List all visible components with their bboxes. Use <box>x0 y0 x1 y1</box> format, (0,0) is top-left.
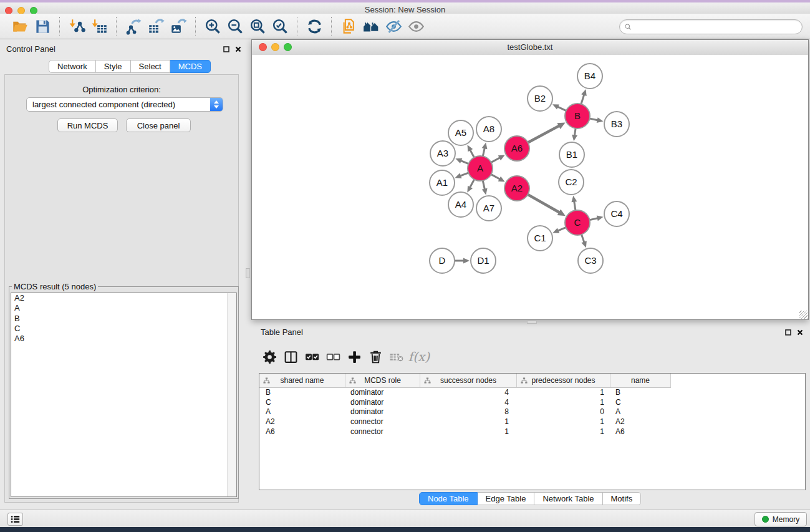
graph-node-B4[interactable]: B4 <box>577 64 602 89</box>
graph-edge-A6-B[interactable] <box>527 125 560 143</box>
graph-node-A5[interactable]: A5 <box>448 120 473 145</box>
export-network-button[interactable] <box>124 17 143 36</box>
search-input[interactable] <box>632 22 802 31</box>
table-cell[interactable]: 0 <box>517 407 610 417</box>
table-cell[interactable]: 1 <box>420 417 517 427</box>
run-mcds-button[interactable]: Run MCDS <box>57 118 118 132</box>
control-panel-float-button[interactable] <box>223 46 230 53</box>
network-canvas[interactable]: B4B2BB3A8A5A6A3B1AA1C2A2A4A7C4CC1C3DD1 <box>252 55 808 319</box>
tab-network[interactable]: Network <box>49 60 96 73</box>
deselect-all-columns-button[interactable] <box>322 346 344 367</box>
table-row-A[interactable]: Adominator80A <box>259 407 805 417</box>
open-session-button[interactable] <box>11 17 29 36</box>
table-cell[interactable]: 1 <box>517 398 610 408</box>
tab-select[interactable]: Select <box>131 60 170 73</box>
table-cell[interactable]: B <box>610 388 671 398</box>
import-network-button[interactable] <box>67 17 86 36</box>
delete-columns-button[interactable] <box>365 346 386 367</box>
table-cell[interactable]: A2 <box>259 417 345 427</box>
table-settings-button[interactable] <box>259 346 280 367</box>
table-cell[interactable]: B <box>259 388 345 398</box>
graph-node-C4[interactable]: C4 <box>604 201 629 226</box>
table-row-A2[interactable]: A2connector11A2 <box>259 417 805 427</box>
graph-node-B[interactable]: B <box>565 104 590 128</box>
graph-node-A3[interactable]: A3 <box>430 141 455 166</box>
tab-edge-table[interactable]: Edge Table <box>478 492 535 505</box>
table-cell[interactable]: 1 <box>420 427 517 437</box>
graph-node-A7[interactable]: A7 <box>476 196 501 221</box>
function-builder-button[interactable]: f(x) <box>407 346 428 367</box>
import-table-button[interactable] <box>90 17 108 36</box>
table-cell[interactable]: A6 <box>259 427 345 437</box>
table-cell[interactable]: dominator <box>345 407 420 417</box>
table-cell[interactable]: 1 <box>517 427 610 437</box>
refresh-network-button[interactable] <box>305 17 324 36</box>
graph-node-B1[interactable]: B1 <box>559 142 584 167</box>
table-row-B[interactable]: Bdominator41B <box>259 388 805 398</box>
table-cell[interactable]: 4 <box>420 398 517 408</box>
graph-node-D1[interactable]: D1 <box>471 248 496 273</box>
tab-mcds[interactable]: MCDS <box>170 60 211 73</box>
table-cell[interactable]: A6 <box>610 427 671 437</box>
zoom-out-button[interactable] <box>226 17 244 36</box>
table-row-A6[interactable]: A6connector11A6 <box>259 427 805 437</box>
zoom-fit-button[interactable] <box>248 17 267 36</box>
graph-node-C2[interactable]: C2 <box>559 170 584 195</box>
table-panel-close-button[interactable] <box>796 329 804 336</box>
select-all-columns-button[interactable] <box>301 346 322 367</box>
graph-node-A6[interactable]: A6 <box>504 136 529 161</box>
export-image-button[interactable] <box>169 17 188 36</box>
table-cell[interactable]: C <box>259 398 345 408</box>
table-cell[interactable]: connector <box>345 427 420 437</box>
graph-node-A2[interactable]: A2 <box>504 176 529 201</box>
graph-node-A1[interactable]: A1 <box>430 170 455 195</box>
zoom-in-button[interactable] <box>203 17 222 36</box>
show-all-button[interactable] <box>407 17 425 36</box>
add-column-button[interactable] <box>344 346 365 367</box>
save-session-button[interactable] <box>33 17 52 36</box>
zoom-selected-button[interactable] <box>271 17 289 36</box>
column-header-predecessor-nodes[interactable]: predecessor nodes <box>517 374 610 388</box>
table-cell[interactable]: A <box>259 407 345 417</box>
table-cell[interactable]: A2 <box>610 417 671 427</box>
graph-node-C3[interactable]: C3 <box>578 248 603 273</box>
graph-node-A4[interactable]: A4 <box>448 192 473 217</box>
tab-network-table[interactable]: Network Table <box>534 492 602 505</box>
table-cell[interactable]: 4 <box>420 388 517 398</box>
graph-node-A8[interactable]: A8 <box>476 117 501 142</box>
create-network-from-selection-button[interactable] <box>339 17 358 36</box>
tab-style[interactable]: Style <box>96 60 131 73</box>
table-cell[interactable]: connector <box>345 417 420 427</box>
graph-node-D[interactable]: D <box>430 248 455 273</box>
table-cell[interactable]: 1 <box>517 388 610 398</box>
first-neighbors-button[interactable] <box>362 17 380 36</box>
graph-node-C[interactable]: C <box>565 210 590 235</box>
horizontal-splitter-handle[interactable] <box>527 321 537 324</box>
table-cell[interactable]: A <box>610 407 671 417</box>
delete-table-button[interactable] <box>386 346 407 367</box>
column-header-successor-nodes[interactable]: successor nodes <box>420 374 517 388</box>
vertical-splitter-handle[interactable] <box>246 268 250 278</box>
criterion-dropdown[interactable]: largest connected component (directed) <box>26 97 223 112</box>
graph-edge-A2-C[interactable] <box>527 194 561 213</box>
table-cell[interactable]: C <box>610 398 671 408</box>
result-list-scrollbar[interactable] <box>227 293 236 496</box>
panel-list-button[interactable] <box>7 513 23 526</box>
close-panel-button[interactable]: Close panel <box>126 118 191 132</box>
memory-button[interactable]: Memory <box>755 512 807 526</box>
toggle-panel-layout-button[interactable] <box>280 346 301 367</box>
window-resize-grip[interactable] <box>799 311 808 319</box>
table-row-C[interactable]: Cdominator41C <box>259 398 805 408</box>
control-panel-close-button[interactable] <box>234 46 242 53</box>
column-header-shared-name[interactable]: shared name <box>259 374 345 388</box>
column-header-mcds-role[interactable]: MCDS role <box>345 374 420 388</box>
table-cell[interactable]: 1 <box>517 417 610 427</box>
graph-node-A[interactable]: A <box>468 156 493 181</box>
column-header-name[interactable]: name <box>610 374 671 388</box>
table-panel-float-button[interactable] <box>784 329 792 336</box>
graph-node-B3[interactable]: B3 <box>604 112 629 137</box>
hide-selected-button[interactable] <box>384 17 403 36</box>
table-cell[interactable]: dominator <box>345 388 420 398</box>
tab-node-table[interactable]: Node Table <box>419 492 478 505</box>
graph-node-C1[interactable]: C1 <box>528 226 552 251</box>
